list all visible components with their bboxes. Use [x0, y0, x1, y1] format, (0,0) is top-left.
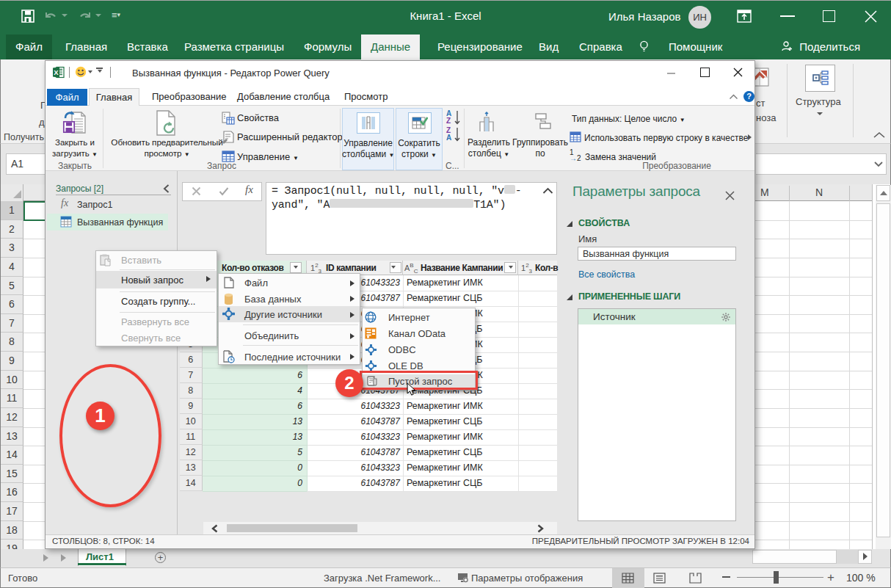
svg-text:X: X — [54, 68, 59, 76]
